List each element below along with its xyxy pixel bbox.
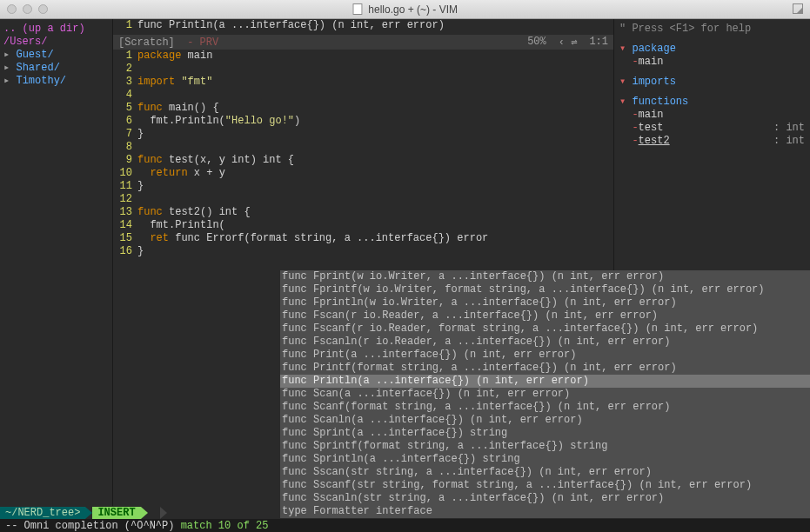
completion-item[interactable]: func Sprint(a ...interface{}) string bbox=[280, 427, 810, 440]
completion-msg-prefix: -- Omni completion (^O^N^P) bbox=[5, 520, 181, 532]
source-line[interactable]: } bbox=[137, 180, 613, 193]
tagbar-item[interactable]: -test: int bbox=[619, 122, 805, 135]
completion-item[interactable]: func Fscan(r io.Reader, a ...interface{}… bbox=[280, 309, 810, 323]
tree-dir[interactable]: ▸ Timothy/ bbox=[3, 75, 109, 88]
completion-item[interactable]: func Scanf(format string, a ...interface… bbox=[280, 401, 810, 414]
completion-item[interactable]: func Fprintln(w io.Writer, a ...interfac… bbox=[280, 296, 810, 309]
window-title: hello.go + (~) - VIM bbox=[352, 3, 458, 16]
expand-icon[interactable] bbox=[793, 3, 803, 14]
line-number: 6 bbox=[113, 115, 132, 128]
line-number: 4 bbox=[113, 89, 132, 102]
source-line[interactable]: func test(x, y int) int { bbox=[137, 154, 613, 167]
completion-item[interactable]: type Formatter interface bbox=[280, 505, 810, 518]
completion-match-count: match 10 of 25 bbox=[181, 520, 269, 532]
source-line[interactable] bbox=[137, 141, 613, 154]
preview-line-number: 1 bbox=[113, 19, 137, 35]
line-number: 12 bbox=[113, 193, 132, 206]
source-line[interactable]: fmt.Println( bbox=[137, 219, 613, 232]
source-line[interactable]: func test2() int { bbox=[137, 206, 613, 219]
mode-segment: INSERT bbox=[92, 507, 140, 519]
tree-dir[interactable]: ▸ Guest/ bbox=[3, 49, 109, 62]
source-line[interactable]: return x + y bbox=[137, 167, 613, 180]
completion-item[interactable]: func Scanln(a ...interface{}) (n int, er… bbox=[280, 414, 810, 427]
segment-arrow-icon bbox=[141, 507, 148, 519]
completion-item[interactable]: func Fscanf(r io.Reader, format string, … bbox=[280, 323, 810, 336]
line-number: 8 bbox=[113, 141, 132, 154]
tagbar-item[interactable]: -main bbox=[619, 56, 805, 69]
source-line[interactable]: } bbox=[137, 128, 613, 141]
tagbar-item[interactable]: -main bbox=[619, 109, 805, 122]
completion-item[interactable]: func Fscanln(r io.Reader, a ...interface… bbox=[280, 336, 810, 349]
line-number: 1 bbox=[113, 50, 132, 63]
buffer-pos: 1:1 bbox=[589, 36, 608, 49]
close-icon[interactable] bbox=[7, 4, 17, 14]
source-line[interactable]: ret func Errorf(format string, a ...inte… bbox=[137, 232, 613, 245]
completion-item[interactable]: func Sprintf(format string, a ...interfa… bbox=[280, 440, 810, 453]
source-line[interactable]: } bbox=[137, 245, 613, 258]
line-number: 11 bbox=[113, 180, 132, 193]
tree-root[interactable]: /Users/ bbox=[3, 36, 109, 49]
line-number: 5 bbox=[113, 102, 132, 115]
buffer-name: [Scratch] bbox=[118, 37, 175, 49]
buffer-sym: ‹ ⇌ bbox=[559, 36, 578, 49]
source-line[interactable]: fmt.Println("Hello go!") bbox=[137, 115, 613, 128]
tagbar-section-header[interactable]: ▾ functions bbox=[619, 96, 805, 109]
line-number: 16 bbox=[113, 245, 132, 258]
preview-code: func Println(a ...interface{}) (n int, e… bbox=[137, 19, 613, 35]
completion-item[interactable]: func Sscanln(str string, a ...interface{… bbox=[280, 492, 810, 505]
source-line[interactable] bbox=[137, 63, 613, 76]
source-line[interactable]: import "fmt" bbox=[137, 76, 613, 89]
line-number: 9 bbox=[113, 154, 132, 167]
tree-up-dir[interactable]: .. (up a dir) bbox=[3, 23, 109, 36]
zoom-icon[interactable] bbox=[38, 4, 48, 14]
completion-item[interactable]: func Print(a ...interface{}) (n int, err… bbox=[280, 349, 810, 362]
source-line[interactable] bbox=[137, 193, 613, 206]
source-line[interactable]: package main bbox=[137, 50, 613, 63]
completion-item[interactable]: func Sscan(str string, a ...interface{})… bbox=[280, 466, 810, 479]
buffer-status-bar: [Scratch] - PRV 50% ‹ ⇌ 1:1 bbox=[113, 35, 613, 50]
line-number: 2 bbox=[113, 63, 132, 76]
buffer-percent: 50% bbox=[527, 36, 546, 49]
tagbar-item[interactable]: -test2: int bbox=[619, 135, 805, 148]
window-title-bar: hello.go + (~) - VIM bbox=[0, 0, 810, 19]
completion-popup[interactable]: func Fprint(w io.Writer, a ...interface{… bbox=[280, 270, 810, 518]
completion-item[interactable]: func Scan(a ...interface{}) (n int, err … bbox=[280, 388, 810, 401]
line-number: 14 bbox=[113, 219, 132, 232]
completion-item[interactable]: func Sscanf(str string, format string, a… bbox=[280, 479, 810, 492]
message-status-line: -- Omni completion (^O^N^P) match 10 of … bbox=[0, 519, 810, 532]
window-title-text: hello.go + (~) - VIM bbox=[368, 3, 458, 16]
file-tree-panel[interactable]: .. (up a dir) /Users/ ▸ Guest/▸ Shared/▸… bbox=[0, 19, 113, 515]
source-line[interactable] bbox=[137, 89, 613, 102]
segment-arrow-icon bbox=[85, 507, 92, 519]
tagbar-section-header[interactable]: ▾ imports bbox=[619, 76, 805, 89]
completion-item[interactable]: func Printf(format string, a ...interfac… bbox=[280, 362, 810, 375]
line-number-gutter: 12345678910111213141516 bbox=[113, 50, 137, 515]
traffic-lights bbox=[0, 4, 48, 14]
segment-arrow-icon bbox=[160, 507, 167, 519]
tagbar-section-header[interactable]: ▾ package bbox=[619, 43, 805, 56]
nerdtree-segment: ~/NERD_tree> bbox=[0, 507, 85, 519]
document-icon bbox=[352, 3, 362, 15]
buffer-flag: - PRV bbox=[187, 37, 218, 49]
minimize-icon[interactable] bbox=[23, 4, 32, 14]
tree-dir[interactable]: ▸ Shared/ bbox=[3, 62, 109, 75]
line-number: 7 bbox=[113, 128, 132, 141]
line-number: 15 bbox=[113, 232, 132, 245]
completion-item[interactable]: func Fprint(w io.Writer, a ...interface{… bbox=[280, 270, 810, 283]
preview-buffer: 1 func Println(a ...interface{}) (n int,… bbox=[113, 19, 613, 35]
line-number: 10 bbox=[113, 167, 132, 180]
completion-item[interactable]: func Fprintf(w io.Writer, format string,… bbox=[280, 283, 810, 296]
line-number: 13 bbox=[113, 206, 132, 219]
completion-item[interactable]: func Sprintln(a ...interface{}) string bbox=[280, 453, 810, 466]
tagbar-help: " Press <F1> for help bbox=[619, 23, 805, 36]
source-line[interactable]: func main() { bbox=[137, 102, 613, 115]
completion-item[interactable]: func Println(a ...interface{}) (n int, e… bbox=[280, 375, 810, 388]
line-number: 3 bbox=[113, 76, 132, 89]
